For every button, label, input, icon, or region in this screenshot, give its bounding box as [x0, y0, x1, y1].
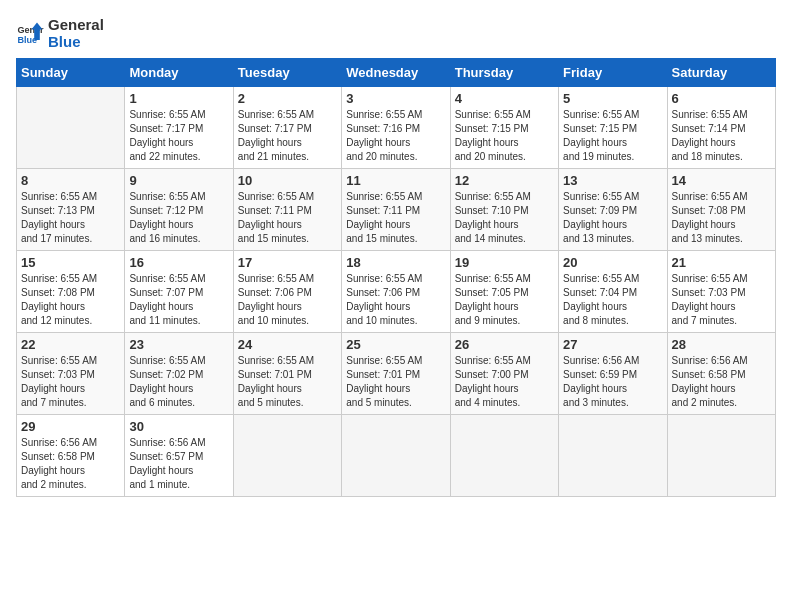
day-cell: 3 Sunrise: 6:55 AM Sunset: 7:16 PM Dayli… — [342, 87, 450, 169]
day-info: Sunrise: 6:55 AM Sunset: 7:12 PM Dayligh… — [129, 190, 228, 246]
day-cell: 20 Sunrise: 6:55 AM Sunset: 7:04 PM Dayl… — [559, 251, 667, 333]
day-number: 22 — [21, 337, 120, 352]
day-info: Sunrise: 6:55 AM Sunset: 7:06 PM Dayligh… — [238, 272, 337, 328]
day-cell — [233, 415, 341, 497]
day-info: Sunrise: 6:55 AM Sunset: 7:08 PM Dayligh… — [21, 272, 120, 328]
day-cell: 12 Sunrise: 6:55 AM Sunset: 7:10 PM Dayl… — [450, 169, 558, 251]
day-cell: 2 Sunrise: 6:55 AM Sunset: 7:17 PM Dayli… — [233, 87, 341, 169]
day-info: Sunrise: 6:55 AM Sunset: 7:13 PM Dayligh… — [21, 190, 120, 246]
day-cell: 28 Sunrise: 6:56 AM Sunset: 6:58 PM Dayl… — [667, 333, 775, 415]
day-info: Sunrise: 6:55 AM Sunset: 7:00 PM Dayligh… — [455, 354, 554, 410]
day-info: Sunrise: 6:56 AM Sunset: 6:59 PM Dayligh… — [563, 354, 662, 410]
day-number: 12 — [455, 173, 554, 188]
day-number: 3 — [346, 91, 445, 106]
day-cell — [17, 87, 125, 169]
day-info: Sunrise: 6:55 AM Sunset: 7:02 PM Dayligh… — [129, 354, 228, 410]
logo-general: General — [48, 16, 104, 33]
day-number: 9 — [129, 173, 228, 188]
day-number: 2 — [238, 91, 337, 106]
day-number: 30 — [129, 419, 228, 434]
day-info: Sunrise: 6:55 AM Sunset: 7:01 PM Dayligh… — [346, 354, 445, 410]
day-number: 10 — [238, 173, 337, 188]
day-number: 4 — [455, 91, 554, 106]
day-number: 19 — [455, 255, 554, 270]
day-cell: 17 Sunrise: 6:55 AM Sunset: 7:06 PM Dayl… — [233, 251, 341, 333]
day-cell — [450, 415, 558, 497]
week-row-0: 1 Sunrise: 6:55 AM Sunset: 7:17 PM Dayli… — [17, 87, 776, 169]
col-header-sunday: Sunday — [17, 59, 125, 87]
svg-text:Blue: Blue — [17, 35, 37, 45]
day-cell: 26 Sunrise: 6:55 AM Sunset: 7:00 PM Dayl… — [450, 333, 558, 415]
day-info: Sunrise: 6:55 AM Sunset: 7:17 PM Dayligh… — [129, 108, 228, 164]
day-number: 25 — [346, 337, 445, 352]
day-cell: 10 Sunrise: 6:55 AM Sunset: 7:11 PM Dayl… — [233, 169, 341, 251]
day-cell: 30 Sunrise: 6:56 AM Sunset: 6:57 PM Dayl… — [125, 415, 233, 497]
header-row: SundayMondayTuesdayWednesdayThursdayFrid… — [17, 59, 776, 87]
col-header-friday: Friday — [559, 59, 667, 87]
day-cell: 8 Sunrise: 6:55 AM Sunset: 7:13 PM Dayli… — [17, 169, 125, 251]
day-info: Sunrise: 6:55 AM Sunset: 7:07 PM Dayligh… — [129, 272, 228, 328]
day-number: 29 — [21, 419, 120, 434]
day-info: Sunrise: 6:55 AM Sunset: 7:17 PM Dayligh… — [238, 108, 337, 164]
day-cell: 14 Sunrise: 6:55 AM Sunset: 7:08 PM Dayl… — [667, 169, 775, 251]
day-info: Sunrise: 6:55 AM Sunset: 7:03 PM Dayligh… — [672, 272, 771, 328]
col-header-tuesday: Tuesday — [233, 59, 341, 87]
day-cell — [342, 415, 450, 497]
day-number: 16 — [129, 255, 228, 270]
day-cell: 5 Sunrise: 6:55 AM Sunset: 7:15 PM Dayli… — [559, 87, 667, 169]
day-cell: 18 Sunrise: 6:55 AM Sunset: 7:06 PM Dayl… — [342, 251, 450, 333]
day-info: Sunrise: 6:55 AM Sunset: 7:14 PM Dayligh… — [672, 108, 771, 164]
day-number: 27 — [563, 337, 662, 352]
logo: General Blue General Blue — [16, 16, 104, 50]
day-info: Sunrise: 6:55 AM Sunset: 7:01 PM Dayligh… — [238, 354, 337, 410]
week-row-2: 15 Sunrise: 6:55 AM Sunset: 7:08 PM Dayl… — [17, 251, 776, 333]
day-info: Sunrise: 6:55 AM Sunset: 7:11 PM Dayligh… — [346, 190, 445, 246]
day-cell — [667, 415, 775, 497]
day-cell: 9 Sunrise: 6:55 AM Sunset: 7:12 PM Dayli… — [125, 169, 233, 251]
day-number: 5 — [563, 91, 662, 106]
col-header-saturday: Saturday — [667, 59, 775, 87]
week-row-4: 29 Sunrise: 6:56 AM Sunset: 6:58 PM Dayl… — [17, 415, 776, 497]
day-cell: 29 Sunrise: 6:56 AM Sunset: 6:58 PM Dayl… — [17, 415, 125, 497]
day-info: Sunrise: 6:55 AM Sunset: 7:15 PM Dayligh… — [455, 108, 554, 164]
day-info: Sunrise: 6:55 AM Sunset: 7:09 PM Dayligh… — [563, 190, 662, 246]
day-number: 18 — [346, 255, 445, 270]
day-number: 8 — [21, 173, 120, 188]
day-cell: 6 Sunrise: 6:55 AM Sunset: 7:14 PM Dayli… — [667, 87, 775, 169]
day-number: 15 — [21, 255, 120, 270]
day-cell: 16 Sunrise: 6:55 AM Sunset: 7:07 PM Dayl… — [125, 251, 233, 333]
week-row-1: 8 Sunrise: 6:55 AM Sunset: 7:13 PM Dayli… — [17, 169, 776, 251]
day-info: Sunrise: 6:56 AM Sunset: 6:58 PM Dayligh… — [21, 436, 120, 492]
day-cell: 13 Sunrise: 6:55 AM Sunset: 7:09 PM Dayl… — [559, 169, 667, 251]
day-cell — [559, 415, 667, 497]
day-number: 6 — [672, 91, 771, 106]
day-number: 1 — [129, 91, 228, 106]
day-info: Sunrise: 6:56 AM Sunset: 6:57 PM Dayligh… — [129, 436, 228, 492]
day-cell: 1 Sunrise: 6:55 AM Sunset: 7:17 PM Dayli… — [125, 87, 233, 169]
logo-icon: General Blue — [16, 19, 44, 47]
day-number: 20 — [563, 255, 662, 270]
col-header-wednesday: Wednesday — [342, 59, 450, 87]
day-number: 23 — [129, 337, 228, 352]
day-number: 21 — [672, 255, 771, 270]
logo-blue: Blue — [48, 33, 104, 50]
day-info: Sunrise: 6:55 AM Sunset: 7:16 PM Dayligh… — [346, 108, 445, 164]
col-header-thursday: Thursday — [450, 59, 558, 87]
day-number: 13 — [563, 173, 662, 188]
day-info: Sunrise: 6:55 AM Sunset: 7:11 PM Dayligh… — [238, 190, 337, 246]
day-number: 17 — [238, 255, 337, 270]
day-cell: 27 Sunrise: 6:56 AM Sunset: 6:59 PM Dayl… — [559, 333, 667, 415]
day-number: 11 — [346, 173, 445, 188]
col-header-monday: Monday — [125, 59, 233, 87]
day-info: Sunrise: 6:55 AM Sunset: 7:10 PM Dayligh… — [455, 190, 554, 246]
day-info: Sunrise: 6:55 AM Sunset: 7:03 PM Dayligh… — [21, 354, 120, 410]
day-number: 14 — [672, 173, 771, 188]
day-cell: 4 Sunrise: 6:55 AM Sunset: 7:15 PM Dayli… — [450, 87, 558, 169]
calendar-table: SundayMondayTuesdayWednesdayThursdayFrid… — [16, 58, 776, 497]
page-header: General Blue General Blue — [16, 16, 776, 50]
day-cell: 23 Sunrise: 6:55 AM Sunset: 7:02 PM Dayl… — [125, 333, 233, 415]
day-cell: 25 Sunrise: 6:55 AM Sunset: 7:01 PM Dayl… — [342, 333, 450, 415]
day-info: Sunrise: 6:56 AM Sunset: 6:58 PM Dayligh… — [672, 354, 771, 410]
day-info: Sunrise: 6:55 AM Sunset: 7:15 PM Dayligh… — [563, 108, 662, 164]
day-info: Sunrise: 6:55 AM Sunset: 7:08 PM Dayligh… — [672, 190, 771, 246]
